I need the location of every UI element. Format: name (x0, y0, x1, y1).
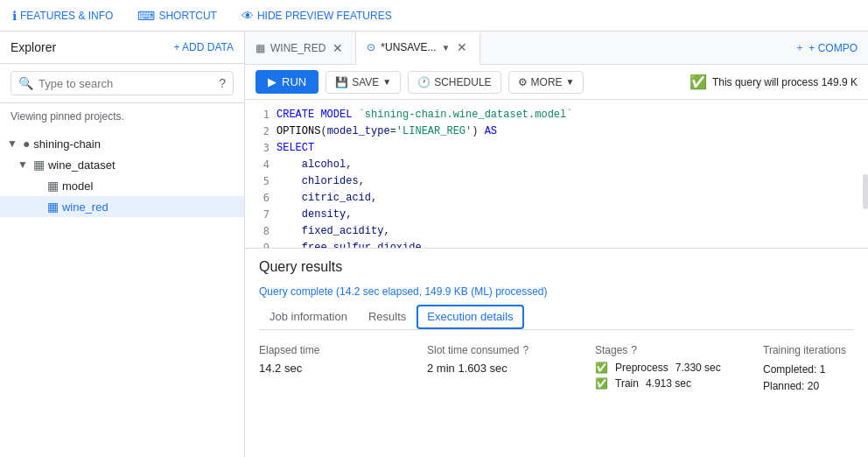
close-icon[interactable]: ✕ (331, 39, 345, 57)
check-circle-icon: ✅ (690, 74, 707, 90)
stage-value: 4.913 sec (646, 377, 691, 390)
save-icon: 💾 (335, 76, 348, 88)
training-completed: Completed: 1 (763, 362, 868, 378)
info-icon: ℹ (12, 9, 17, 23)
elapsed-time-col: Elapsed time 14.2 sec (259, 344, 399, 395)
search-box: 🔍 ? (10, 71, 234, 95)
tree-label: model (62, 179, 93, 193)
query-info: ✅ This query will process 149.9 K (690, 74, 858, 90)
tab-label: WINE_RED (270, 42, 326, 54)
tabs-bar: ▦ WINE_RED ✕ ⊙ *UNSAVE... ▼ ✕ ＋ + COMPO (245, 32, 868, 65)
sidebar-header: Explorer + ADD DATA (0, 32, 244, 64)
slot-time-col: Slot time consumed ? 2 min 1.603 sec (427, 344, 567, 395)
dropdown-arrow-icon: ▼ (382, 77, 391, 87)
add-data-button[interactable]: + ADD DATA (173, 41, 234, 53)
training-planned: Planned: 20 (763, 378, 868, 395)
eye-icon: 👁 (242, 9, 254, 23)
training-label: Training iterations (763, 344, 868, 356)
sidebar: Explorer + ADD DATA 🔍 ? Viewing pinned p… (0, 32, 245, 457)
top-bar: ℹ FEATURES & INFO ⌨ SHORTCUT 👁 HIDE PREV… (0, 0, 868, 32)
sidebar-title: Explorer (10, 40, 56, 54)
clock-icon: 🕐 (417, 76, 430, 88)
project-icon: ● (23, 137, 30, 151)
dropdown-arrow-icon: ▼ (566, 77, 575, 87)
main-layout: Explorer + ADD DATA 🔍 ? Viewing pinned p… (0, 32, 868, 457)
dropdown-arrow-icon[interactable]: ▼ (441, 43, 450, 53)
run-label: RUN (282, 75, 306, 88)
tab-execution-details[interactable]: Execution details (416, 305, 523, 329)
tree-area: ▼ ● shining-chain ▼ ▦ wine_dataset ▼ ▦ m… (0, 130, 244, 457)
stages-col: Stages ? ✅ Preprocess 7.330 sec ✅ Train … (595, 344, 735, 395)
stage-label: Preprocess (615, 362, 668, 374)
features-info-btn[interactable]: ℹ FEATURES & INFO (7, 5, 118, 26)
schedule-label: SCHEDULE (434, 76, 491, 88)
result-tabs: Job information Results Execution detail… (259, 305, 854, 330)
shortcut-label: SHORTCUT (158, 10, 216, 22)
tab-wine-red[interactable]: ▦ WINE_RED ✕ (245, 32, 356, 64)
tree-item-model[interactable]: ▼ ▦ model (0, 175, 244, 196)
tree-label: shining-chain (33, 137, 101, 151)
plus-icon: ＋ (794, 40, 805, 55)
compose-label: + COMPO (808, 42, 858, 54)
toolbar: ▶ RUN 💾 SAVE ▼ 🕐 SCHEDULE ⚙ MORE ▼ ✅ Thi… (245, 65, 868, 100)
line-numbers: 12345 67891011 (245, 100, 276, 248)
code-editor[interactable]: 12345 67891011 CREATE MODEL `shining-cha… (245, 100, 868, 249)
query-complete-text: Query complete (14.2 sec elapsed, 149.9 … (259, 285, 854, 298)
hide-preview-btn[interactable]: 👁 HIDE PREVIEW FEATURES (236, 5, 397, 26)
tree-label: wine_red (62, 200, 108, 214)
compose-button[interactable]: ＋ + COMPO (784, 32, 868, 64)
save-label: SAVE (352, 76, 379, 88)
query-info-text: This query will process 149.9 K (712, 76, 858, 88)
tab-unsaved[interactable]: ⊙ *UNSAVE... ▼ ✕ (356, 32, 480, 65)
slot-time-label: Slot time consumed ? (427, 344, 567, 356)
metrics-grid: Elapsed time 14.2 sec Slot time consumed… (259, 344, 854, 395)
schedule-button[interactable]: 🕐 SCHEDULE (408, 71, 500, 94)
training-list: Completed: 1 Planned: 20 (763, 362, 868, 395)
save-button[interactable]: 💾 SAVE ▼ (326, 71, 401, 94)
stage-value: 7.330 sec (676, 362, 721, 374)
check-icon: ✅ (595, 377, 608, 390)
table-icon: ▦ (47, 179, 59, 193)
hide-preview-label: HIDE PREVIEW FEATURES (257, 10, 392, 22)
elapsed-time-label: Elapsed time (259, 344, 399, 356)
stages-label: Stages ? (595, 344, 735, 356)
run-button[interactable]: ▶ RUN (256, 70, 318, 94)
results-area: Query results Query complete (14.2 sec e… (245, 249, 868, 457)
query-icon: ⊙ (367, 41, 375, 53)
more-label: MORE (531, 76, 563, 88)
stages-list: ✅ Preprocess 7.330 sec ✅ Train 4.913 sec (595, 362, 735, 390)
more-button[interactable]: ⚙ MORE ▼ (508, 71, 584, 94)
right-panel: ▦ WINE_RED ✕ ⊙ *UNSAVE... ▼ ✕ ＋ + COMPO … (245, 32, 868, 457)
keyboard-icon: ⌨ (137, 9, 155, 23)
search-area: 🔍 ? (0, 64, 244, 103)
help-icon[interactable]: ? (219, 76, 226, 90)
tree-item-wine-red[interactable]: ▼ ▦ wine_red (0, 196, 244, 217)
slot-time-value: 2 min 1.603 sec (427, 362, 567, 375)
stage-preprocess: ✅ Preprocess 7.330 sec (595, 362, 735, 374)
training-col: Training iterations Completed: 1 Planned… (763, 344, 868, 395)
results-title: Query results (259, 259, 854, 275)
info-icon[interactable]: ? (631, 344, 637, 356)
scrollbar[interactable] (863, 174, 868, 209)
tree-label: wine_dataset (48, 158, 116, 172)
code-content[interactable]: CREATE MODEL `shining-chain.wine_dataset… (276, 100, 868, 248)
play-icon: ▶ (268, 75, 276, 88)
tab-results[interactable]: Results (358, 305, 416, 330)
chevron-down-icon: ▼ (18, 158, 28, 171)
pinned-text: Viewing pinned projects. (0, 103, 244, 130)
info-icon[interactable]: ? (522, 344, 528, 356)
shortcut-btn[interactable]: ⌨ SHORTCUT (132, 5, 221, 26)
tab-job-information[interactable]: Job information (259, 305, 358, 330)
dataset-icon: ▦ (33, 158, 45, 172)
table-icon: ▦ (256, 42, 265, 54)
tab-label: *UNSAVE... (381, 41, 436, 53)
gear-icon: ⚙ (518, 76, 528, 88)
search-input[interactable] (38, 77, 214, 90)
elapsed-time-value: 14.2 sec (259, 362, 399, 375)
search-icon: 🔍 (18, 76, 33, 90)
chevron-down-icon: ▼ (7, 137, 18, 150)
features-info-label: FEATURES & INFO (20, 10, 113, 22)
close-icon[interactable]: ✕ (455, 39, 469, 56)
tree-item-shining-chain[interactable]: ▼ ● shining-chain (0, 133, 244, 154)
tree-item-wine-dataset[interactable]: ▼ ▦ wine_dataset (0, 154, 244, 175)
